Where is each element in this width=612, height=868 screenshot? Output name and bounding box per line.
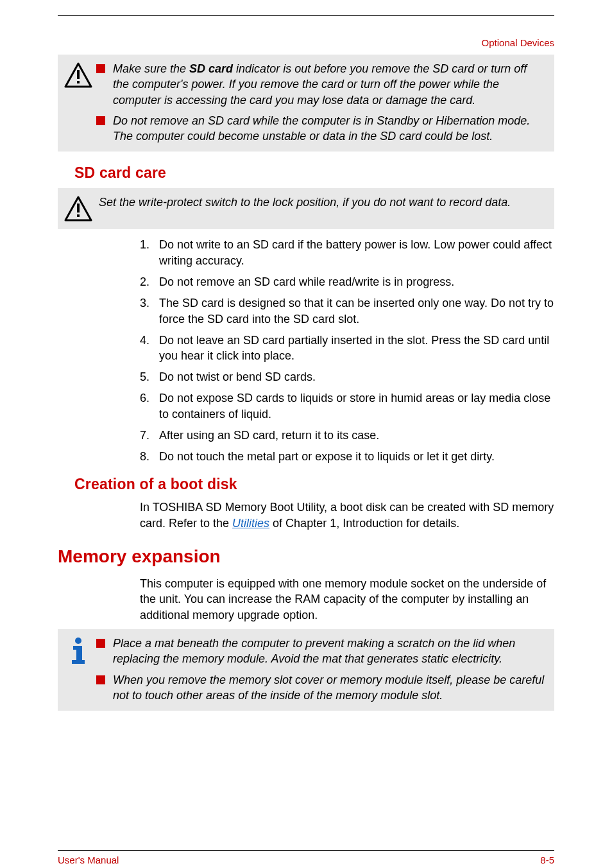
list-item: 7.After using an SD card, return it to i… — [140, 428, 554, 444]
info-text: Place a mat beneath the computer to prev… — [113, 636, 545, 667]
bullet-square-icon — [96, 639, 105, 648]
list-text: After using an SD card, return it to its… — [159, 428, 554, 444]
info-item: Place a mat beneath the computer to prev… — [96, 636, 545, 667]
list-number: 4. — [140, 333, 159, 365]
heading-sd-card-care: SD card care — [74, 164, 554, 182]
warning-triangle-icon — [64, 62, 92, 88]
bullet-square-icon — [96, 116, 105, 125]
warning-item: Make sure the SD card indicator is out b… — [96, 61, 545, 108]
svg-rect-9 — [72, 660, 85, 664]
page: Optional Devices Make sure the SD card i… — [0, 15, 612, 868]
svg-point-6 — [75, 638, 81, 644]
utilities-link[interactable]: Utilities — [232, 517, 269, 530]
memory-expansion-paragraph: This computer is equipped with one memor… — [140, 576, 554, 623]
header-section-label: Optional Devices — [482, 37, 554, 48]
footer-row: User's Manual 8-5 — [58, 851, 554, 865]
heading-boot-disk: Creation of a boot disk — [74, 476, 554, 493]
info-item: When you remove the memory slot cover or… — [96, 672, 545, 704]
list-text: Do not remove an SD card while read/writ… — [159, 274, 554, 290]
warning-box-write-protect: Set the write-protect switch to the lock… — [58, 188, 554, 229]
icon-column — [60, 195, 96, 221]
warning-item: Do not remove an SD card while the compu… — [96, 113, 545, 144]
svg-rect-1 — [77, 70, 80, 79]
list-number: 7. — [140, 428, 159, 444]
warning-text: Set the write-protect switch to the lock… — [99, 195, 545, 210]
warning-text: Do not remove an SD card while the compu… — [113, 113, 545, 144]
list-item: 6.Do not expose SD cards to liquids or s… — [140, 390, 554, 422]
heading-memory-expansion: Memory expansion — [58, 546, 554, 567]
info-box-memory: Place a mat beneath the computer to prev… — [58, 629, 554, 711]
footer: User's Manual 8-5 — [58, 850, 554, 865]
warning-text: Make sure the SD card indicator is out b… — [113, 61, 545, 108]
footer-right: 8-5 — [540, 855, 554, 865]
warning-body: Make sure the SD card indicator is out b… — [96, 61, 545, 144]
list-item: 8.Do not touch the metal part or expose … — [140, 449, 554, 465]
list-text: Do not touch the metal part or expose it… — [159, 449, 554, 465]
svg-rect-2 — [77, 81, 80, 83]
icon-column — [60, 61, 96, 88]
list-item: 5.Do not twist or bend SD cards. — [140, 369, 554, 385]
list-number: 8. — [140, 449, 159, 465]
list-text: Do not expose SD cards to liquids or sto… — [159, 390, 554, 422]
list-item: 1.Do not write to an SD card if the batt… — [140, 237, 554, 269]
bullet-square-icon — [96, 64, 105, 73]
content-area: Make sure the SD card indicator is out b… — [58, 16, 554, 711]
list-number: 6. — [140, 390, 159, 422]
list-text: The SD card is designed so that it can b… — [159, 295, 554, 327]
list-text: Do not leave an SD card partially insert… — [159, 333, 554, 365]
svg-rect-8 — [76, 646, 82, 661]
info-body: Place a mat beneath the computer to prev… — [96, 636, 545, 703]
boot-disk-paragraph: In TOSHIBA SD Memory Boot Utility, a boo… — [140, 499, 554, 531]
svg-rect-5 — [77, 214, 80, 217]
list-number: 5. — [140, 369, 159, 385]
warning-box-sd-remove: Make sure the SD card indicator is out b… — [58, 55, 554, 152]
icon-column — [60, 636, 96, 666]
list-text: Do not write to an SD card if the batter… — [159, 237, 554, 269]
warning-body: Set the write-protect switch to the lock… — [96, 195, 545, 210]
sd-care-list: 1.Do not write to an SD card if the batt… — [140, 237, 554, 464]
footer-left: User's Manual — [58, 855, 119, 865]
list-number: 2. — [140, 274, 159, 290]
list-number: 1. — [140, 237, 159, 269]
list-item: 3.The SD card is designed so that it can… — [140, 295, 554, 327]
info-text: When you remove the memory slot cover or… — [113, 672, 545, 704]
svg-rect-4 — [77, 204, 80, 213]
list-item: 4.Do not leave an SD card partially inse… — [140, 333, 554, 365]
info-icon — [65, 637, 91, 666]
bullet-square-icon — [96, 675, 105, 684]
warning-triangle-icon — [64, 196, 92, 221]
list-text: Do not twist or bend SD cards. — [159, 369, 554, 385]
list-number: 3. — [140, 295, 159, 327]
list-item: 2.Do not remove an SD card while read/wr… — [140, 274, 554, 290]
